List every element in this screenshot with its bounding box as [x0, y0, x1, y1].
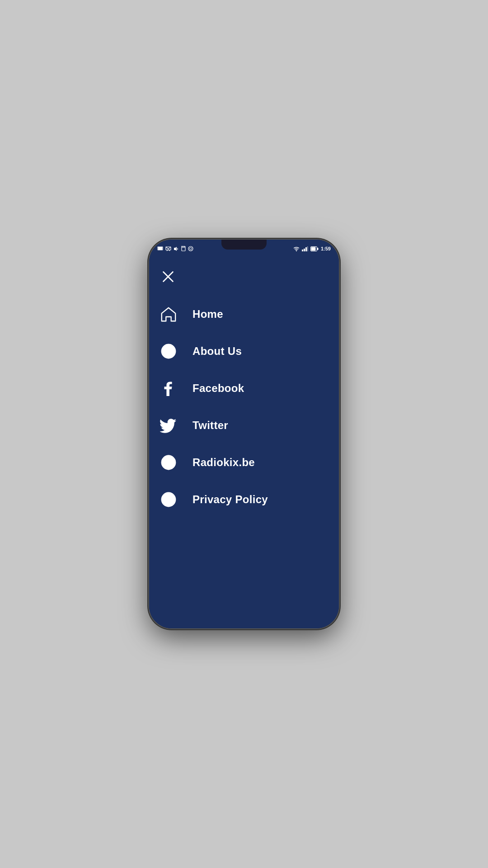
menu-item-website[interactable]: Radiokix.be: [149, 444, 339, 481]
svg-rect-18: [317, 248, 319, 250]
camera-icon: [188, 246, 193, 251]
wifi-signal-icon: [293, 246, 300, 251]
navigation-menu: Home About Us: [149, 296, 339, 518]
notification-icon-2: [165, 246, 171, 251]
twitter-icon: [158, 415, 179, 436]
svg-marker-4: [174, 247, 177, 251]
svg-rect-12: [302, 250, 303, 251]
svg-point-25: [165, 456, 171, 469]
menu-label-privacy: Privacy Policy: [192, 493, 268, 506]
menu-item-about[interactable]: About Us: [149, 333, 339, 370]
menu-label-about: About Us: [192, 345, 242, 358]
svg-point-10: [190, 248, 192, 250]
status-left-icons: [157, 246, 193, 251]
menu-label-website: Radiokix.be: [192, 456, 255, 469]
svg-point-9: [188, 246, 193, 251]
facebook-icon: [158, 378, 179, 399]
svg-point-11: [296, 250, 297, 251]
menu-label-home: Home: [192, 308, 223, 321]
home-icon: [158, 304, 179, 325]
menu-item-twitter[interactable]: Twitter: [149, 407, 339, 444]
menu-label-facebook: Facebook: [192, 382, 244, 395]
globe-icon: [158, 452, 179, 473]
phone-screen: 1:59: [149, 240, 339, 628]
status-right-icons: 1:59: [293, 246, 331, 251]
svg-rect-14: [305, 247, 307, 251]
battery-icon: [310, 246, 319, 251]
menu-item-facebook[interactable]: Facebook: [149, 370, 339, 407]
close-button[interactable]: [158, 267, 178, 287]
svg-rect-17: [311, 247, 315, 250]
cell-signal-icon: [302, 246, 308, 251]
close-icon: [162, 270, 174, 283]
svg-rect-15: [307, 246, 308, 251]
svg-point-23: [168, 347, 169, 349]
lock-icon: [158, 489, 179, 510]
menu-item-home[interactable]: Home: [149, 296, 339, 333]
sd-icon: [181, 246, 186, 251]
info-icon: [158, 341, 179, 362]
svg-rect-5: [182, 247, 185, 251]
time-display: 1:59: [321, 246, 331, 251]
phone-frame: 1:59: [149, 240, 339, 628]
notification-icon-1: [157, 246, 163, 251]
menu-item-privacy[interactable]: Privacy Policy: [149, 481, 339, 518]
notch: [221, 240, 267, 250]
svg-rect-13: [304, 249, 305, 251]
app-content: Home About Us: [149, 256, 339, 628]
volume-icon: [174, 246, 179, 251]
svg-point-30: [168, 501, 169, 502]
menu-label-twitter: Twitter: [192, 419, 228, 432]
